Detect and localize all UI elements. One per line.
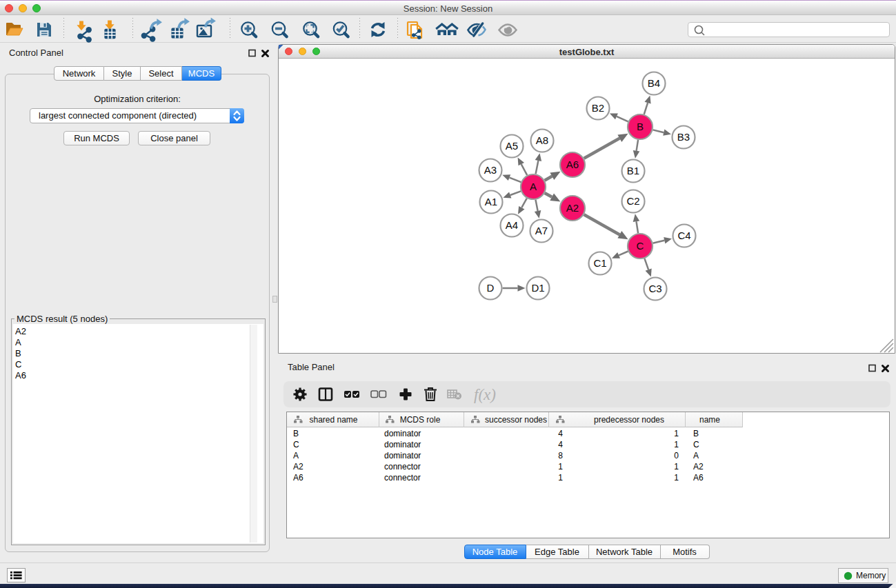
svg-text:A: A bbox=[530, 181, 537, 192]
svg-text:A3: A3 bbox=[484, 164, 497, 176]
svg-text:D1: D1 bbox=[531, 282, 544, 294]
svg-text:C2: C2 bbox=[626, 195, 639, 207]
svg-text:A8: A8 bbox=[536, 134, 548, 146]
svg-text:A4: A4 bbox=[506, 219, 518, 231]
svg-text:C: C bbox=[637, 240, 644, 252]
svg-text:B4: B4 bbox=[648, 77, 660, 89]
svg-text:B3: B3 bbox=[677, 131, 690, 143]
svg-text:B: B bbox=[637, 121, 644, 132]
svg-text:D: D bbox=[487, 282, 495, 294]
svg-text:A7: A7 bbox=[535, 225, 548, 236]
svg-text:B2: B2 bbox=[592, 102, 604, 114]
svg-text:C1: C1 bbox=[593, 257, 606, 269]
svg-text:A1: A1 bbox=[485, 196, 497, 207]
svg-text:C3: C3 bbox=[648, 283, 661, 294]
svg-text:A6: A6 bbox=[566, 159, 579, 170]
svg-text:A2: A2 bbox=[566, 202, 579, 214]
svg-text:B1: B1 bbox=[627, 165, 639, 176]
svg-text:f(x): f(x) bbox=[474, 386, 496, 403]
svg-text:C4: C4 bbox=[677, 230, 690, 241]
svg-text:A5: A5 bbox=[506, 140, 518, 152]
